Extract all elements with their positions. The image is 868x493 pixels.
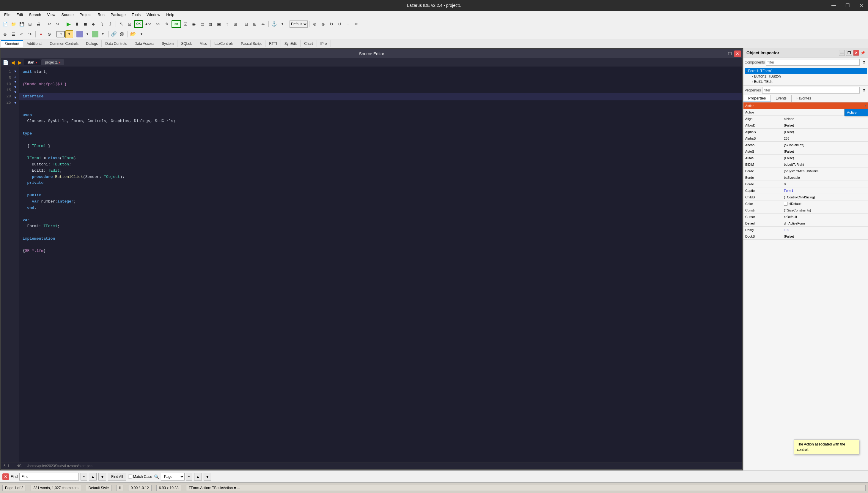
- minimize-button[interactable]: —: [827, 0, 841, 11]
- menu-run[interactable]: Run: [95, 11, 108, 18]
- menu-source[interactable]: Source: [59, 11, 77, 18]
- t2-col-dd[interactable]: ▼: [84, 30, 91, 38]
- menu-file[interactable]: File: [1, 11, 13, 18]
- select-btn[interactable]: ⊡: [126, 20, 133, 28]
- tab-data-controls[interactable]: Data Controls: [102, 40, 131, 47]
- t2-form-btn[interactable]: □: [57, 31, 65, 38]
- edit-btn[interactable]: ✎: [163, 20, 171, 28]
- group-btn[interactable]: ⊞: [231, 20, 239, 28]
- find-next-button[interactable]: ▼: [98, 473, 106, 480]
- page-select-dd[interactable]: ▼: [186, 473, 192, 480]
- prop-row-bidim[interactable]: BiDiM bdLeftToRight: [743, 161, 868, 168]
- extra-btn2[interactable]: ⊗: [319, 20, 327, 28]
- tab-common-controls[interactable]: Common Controls: [46, 40, 82, 47]
- prop-row-childs[interactable]: ChildS (TControlChildSizing): [743, 194, 868, 200]
- find-dropdown-btn[interactable]: ▼: [81, 473, 87, 480]
- se-minimize-button[interactable]: —: [719, 50, 725, 57]
- oi-pin[interactable]: 📌: [860, 50, 865, 56]
- prop-row-docks[interactable]: DockS (False): [743, 233, 868, 240]
- tab-pascal-script[interactable]: Pascal Script: [237, 40, 266, 47]
- menu-tools[interactable]: Tools: [129, 11, 144, 18]
- page-next-button[interactable]: ▼: [204, 473, 211, 480]
- save-button[interactable]: 💾: [18, 20, 25, 28]
- prop-dd-action[interactable]: ▼: [863, 103, 868, 109]
- tab-start[interactable]: start ●: [24, 59, 41, 65]
- oi-tab-events[interactable]: Events: [771, 95, 792, 102]
- prop-row-borde3[interactable]: Borde 0: [743, 181, 868, 187]
- find-input[interactable]: [19, 473, 79, 480]
- ok-btn[interactable]: OK: [134, 20, 143, 28]
- tab-lazcontrols[interactable]: LazControls: [211, 40, 237, 47]
- extra-btn1[interactable]: ⊕: [311, 20, 319, 28]
- se-maximize-button[interactable]: ❐: [726, 50, 733, 57]
- oi-minimize[interactable]: —: [839, 50, 845, 56]
- abt-btn[interactable]: abI: [154, 20, 163, 28]
- undo-button[interactable]: ↩: [45, 20, 53, 28]
- pause-button[interactable]: ⏸: [73, 20, 81, 28]
- prop-row-action[interactable]: Action ▼ Active: [743, 103, 868, 109]
- tab-project1[interactable]: project1 ●: [41, 59, 64, 65]
- page-prev-button[interactable]: ▲: [194, 473, 202, 480]
- oi-filter-icon[interactable]: ⚙: [861, 59, 867, 65]
- tab-chart[interactable]: Chart: [301, 40, 316, 47]
- new-button[interactable]: 📄: [1, 20, 9, 28]
- oi-filter-input[interactable]: [766, 59, 860, 66]
- prop-row-autos2[interactable]: AutoS (False): [743, 155, 868, 161]
- list-btn[interactable]: ▤: [198, 20, 206, 28]
- page-select[interactable]: Page: [161, 473, 185, 480]
- tab-rtti[interactable]: RTTI: [266, 40, 281, 47]
- stop-button[interactable]: ⏹: [81, 20, 89, 28]
- oi-tab-properties[interactable]: Properties: [743, 95, 771, 102]
- tab-data-access[interactable]: Data Access: [131, 40, 159, 47]
- close-button[interactable]: ✕: [854, 0, 868, 11]
- prop-row-cursor[interactable]: Cursor crDefault: [743, 214, 868, 220]
- oi-prop-filter-input[interactable]: [762, 87, 860, 93]
- tree-item-button1[interactable]: ▪ Button1: TButton: [745, 74, 867, 79]
- reload-btn[interactable]: ↺: [336, 20, 344, 28]
- t2-dd1[interactable]: ▼: [65, 30, 73, 38]
- new-tab-button[interactable]: 📄: [2, 59, 9, 66]
- on-btn[interactable]: on: [171, 20, 181, 28]
- tab-system[interactable]: System: [158, 40, 178, 47]
- prop-row-constr[interactable]: Constr (TSizeConstraints): [743, 207, 868, 214]
- menu-package[interactable]: Package: [108, 11, 129, 18]
- maximize-button[interactable]: ❐: [841, 0, 854, 11]
- menu-view[interactable]: View: [44, 11, 59, 18]
- dd-anchor[interactable]: ▼: [278, 20, 286, 28]
- prop-row-captio[interactable]: Captio Form1: [743, 187, 868, 194]
- oi-tab-favorites[interactable]: Favorites: [792, 95, 816, 102]
- step-into-button[interactable]: ⤵: [98, 20, 106, 28]
- match-case-checkbox[interactable]: [128, 475, 132, 478]
- combo-btn[interactable]: ▦: [207, 20, 214, 28]
- radio-btn[interactable]: ◉: [190, 20, 198, 28]
- save-all-button[interactable]: ⊞: [26, 20, 34, 28]
- sb-btn[interactable]: ↕: [223, 20, 231, 28]
- tree-item-form1[interactable]: ▪ Form1: TForm1: [745, 68, 867, 74]
- prop-row-desig[interactable]: Desig 192: [743, 227, 868, 233]
- t2-col-dd2[interactable]: ▼: [99, 30, 107, 38]
- memo-btn[interactable]: ▣: [215, 20, 223, 28]
- mirror-btn[interactable]: ⇔: [259, 20, 267, 28]
- arrow-btn[interactable]: →: [344, 20, 352, 28]
- tab-sqldb[interactable]: SQLdb: [178, 40, 196, 47]
- prop-row-borde1[interactable]: Borde [biSystemMenu,biMinimi: [743, 168, 868, 174]
- se-close-button[interactable]: ✕: [734, 50, 741, 57]
- prop-row-color[interactable]: Color clDefault: [743, 200, 868, 207]
- t2-folder-dd[interactable]: ▼: [138, 30, 145, 38]
- t2-watch-btn[interactable]: ⊙: [45, 30, 53, 38]
- menu-search[interactable]: Search: [26, 11, 44, 18]
- t2-col2[interactable]: [92, 31, 98, 38]
- redo-button[interactable]: ↪: [54, 20, 62, 28]
- refresh-btn[interactable]: ↻: [328, 20, 335, 28]
- prop-row-borde2[interactable]: Borde bsSizeable: [743, 174, 868, 181]
- t2-link1[interactable]: 🔗: [110, 30, 118, 38]
- t2-btn1[interactable]: ⊕: [1, 30, 9, 38]
- active-option-selected[interactable]: Active: [845, 109, 868, 116]
- default-dropdown[interactable]: Default: [290, 21, 308, 28]
- menu-project[interactable]: Project: [77, 11, 95, 18]
- tree-item-edit1[interactable]: ▪ Edit1: TEdit: [745, 79, 867, 84]
- t2-col1[interactable]: [76, 31, 83, 38]
- step-out-button[interactable]: ⤴: [106, 20, 114, 28]
- prop-row-autos1[interactable]: AutoS (False): [743, 148, 868, 155]
- open-button[interactable]: 📁: [9, 20, 17, 28]
